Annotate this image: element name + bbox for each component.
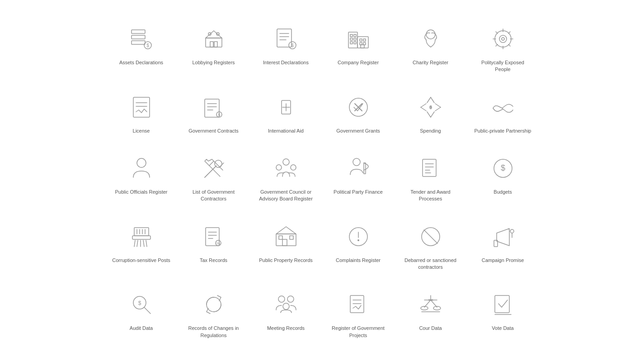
item-meeting-records[interactable]: Meeting Records (252, 284, 320, 343)
item-politically-exposed[interactable]: Politycally Exposed People (469, 19, 537, 78)
svg-rect-46 (205, 99, 219, 117)
item-public-officials[interactable]: Public Officials Register (108, 148, 175, 207)
svg-text:$: $ (291, 43, 294, 48)
svg-line-58 (427, 112, 431, 117)
item-list-contractors[interactable]: List of Government Contractors (180, 148, 248, 207)
svg-line-70 (205, 167, 216, 177)
gov-council-icon (270, 152, 302, 184)
svg-rect-19 (357, 37, 368, 48)
svg-line-60 (421, 104, 426, 107)
svg-line-56 (427, 97, 431, 103)
item-register-projects[interactable]: Register of Government Projects (324, 284, 392, 343)
tender-award-label: Tender and Award Processes (401, 189, 460, 203)
item-cour-data[interactable]: Cour Data (397, 284, 465, 343)
svg-point-33 (499, 35, 507, 43)
icon-grid: $ Assets Declarations Lobbying Registers… (99, 0, 546, 362)
item-assets-declarations[interactable]: $ Assets Declarations (108, 19, 175, 78)
svg-rect-12 (277, 29, 291, 47)
item-budgets[interactable]: $ Budgets (469, 148, 537, 207)
public-officials-icon (126, 152, 157, 184)
item-complaints[interactable]: Complaints Register (324, 216, 392, 276)
svg-rect-87 (134, 228, 149, 236)
public-private-icon (487, 91, 519, 123)
tax-records-label: Tax Records (200, 257, 227, 264)
svg-line-93 (137, 240, 138, 247)
public-property-icon (270, 221, 302, 252)
svg-point-75 (276, 165, 282, 170)
spending-icon: $ (415, 91, 447, 123)
item-company-register[interactable]: Company Register (324, 19, 392, 78)
svg-line-117 (144, 307, 150, 314)
svg-text:$: $ (500, 163, 505, 172)
svg-rect-24 (350, 42, 353, 44)
item-spending[interactable]: $ Spending (397, 87, 465, 139)
item-records-changes[interactable]: Records of Changes in Regulations (180, 284, 248, 343)
item-public-private[interactable]: Public-private Partnership (469, 87, 537, 139)
item-tender-award[interactable]: Tender and Award Processes (397, 148, 465, 207)
svg-rect-133 (495, 295, 509, 313)
svg-rect-23 (354, 38, 356, 40)
assets-declarations-label: Assets Declarations (119, 59, 163, 66)
item-lobbying-registers[interactable]: Lobbying Registers (180, 19, 248, 78)
svg-rect-78 (364, 163, 366, 174)
svg-rect-105 (282, 239, 287, 246)
lobbying-registers-icon (198, 23, 230, 55)
svg-line-112 (424, 230, 437, 243)
item-campaign-promise[interactable]: Campaign Promise (469, 216, 537, 276)
meeting-records-icon (270, 289, 302, 320)
item-gov-council[interactable]: Government Council or Advisory Board Reg… (252, 148, 320, 207)
item-vote-data[interactable]: Vote Data (469, 284, 537, 343)
item-license[interactable]: License (108, 87, 175, 139)
item-tax-records[interactable]: % Tax Records (180, 216, 248, 276)
svg-point-121 (283, 303, 289, 310)
svg-rect-7 (210, 42, 213, 47)
lobbying-registers-label: Lobbying Registers (192, 59, 235, 66)
meeting-records-label: Meeting Records (267, 325, 305, 332)
political-party-icon (343, 152, 374, 184)
svg-line-62 (435, 104, 441, 107)
license-label: License (133, 128, 150, 134)
svg-rect-2 (132, 41, 145, 44)
spending-label: Spending (420, 128, 441, 134)
tax-records-icon: % (198, 221, 230, 252)
svg-line-95 (143, 240, 144, 247)
register-projects-icon (343, 289, 374, 320)
svg-line-59 (431, 112, 434, 117)
item-charity-register[interactable]: Charity Register (397, 19, 465, 78)
license-icon (126, 91, 157, 123)
svg-rect-122 (350, 295, 364, 313)
svg-point-77 (353, 158, 360, 166)
item-government-grants[interactable]: Government Grants (324, 87, 392, 139)
svg-line-61 (421, 107, 426, 111)
item-interest-declarations[interactable]: $ Interest Declarations (252, 19, 320, 78)
svg-point-34 (502, 38, 504, 40)
debarred-label: Debarred or sanctioned contractors (401, 257, 460, 271)
records-changes-label: Records of Changes in Regulations (184, 325, 243, 339)
corruption-posts-icon (126, 221, 157, 252)
item-corruption-posts[interactable]: Corruption-sensitive Posts (108, 216, 175, 276)
politically-exposed-icon (487, 23, 519, 55)
item-audit-data[interactable]: $ Audit Data (108, 284, 175, 343)
svg-rect-8 (214, 42, 217, 47)
interest-declarations-icon: $ (270, 23, 302, 55)
cour-data-icon (415, 289, 447, 320)
corruption-posts-label: Corruption-sensitive Posts (112, 257, 170, 264)
item-debarred[interactable]: Debarred or sanctioned contractors (397, 216, 465, 276)
svg-rect-21 (354, 34, 356, 37)
item-government-contracts[interactable]: $ Government Contracts (180, 87, 248, 139)
svg-rect-43 (133, 97, 150, 117)
cour-data-label: Cour Data (419, 325, 442, 332)
svg-line-41 (496, 44, 498, 46)
international-aid-label: International Aid (268, 128, 304, 134)
budgets-label: Budgets (494, 189, 512, 195)
svg-rect-30 (361, 45, 364, 48)
debarred-icon (415, 221, 447, 252)
register-projects-label: Register of Government Projects (329, 325, 388, 339)
campaign-promise-label: Campaign Promise (482, 257, 524, 264)
item-international-aid[interactable]: International Aid (252, 87, 320, 139)
government-contracts-label: Government Contracts (188, 128, 239, 134)
item-public-property[interactable]: Public Property Records (252, 216, 320, 276)
svg-rect-20 (350, 34, 353, 37)
item-political-party[interactable]: Political Party Finance (324, 148, 392, 207)
government-grants-icon (343, 91, 374, 123)
